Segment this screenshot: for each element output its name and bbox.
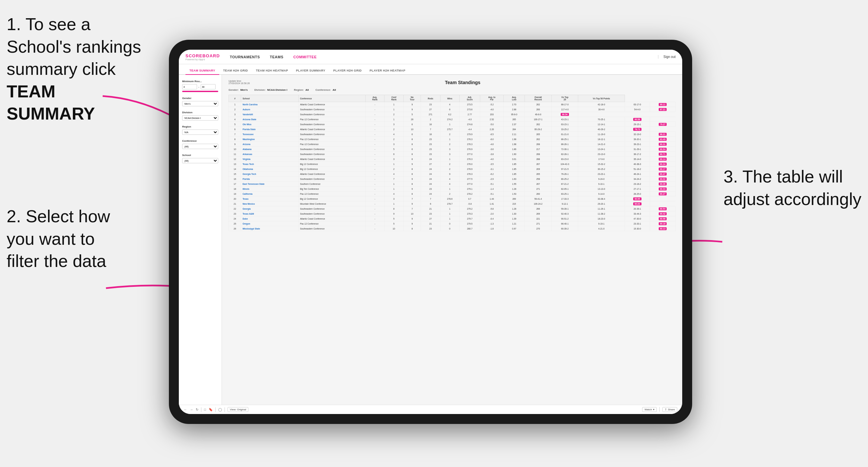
cell-school[interactable]: Duke xyxy=(241,216,299,221)
filter-select-gender[interactable]: Men's xyxy=(182,101,218,106)
cell-school[interactable]: East Tennessee State xyxy=(241,182,299,186)
tab-team-h2h-grid[interactable]: TEAM H2H GRID xyxy=(219,67,252,75)
cell-school[interactable]: Tennessee xyxy=(241,132,299,137)
cell-data: 1.85 xyxy=(504,162,525,166)
tab-team-summary[interactable]: TEAM SUMMARY xyxy=(185,67,219,75)
nav-links: TOURNAMENTS TEAMS COMMITTEE xyxy=(230,54,655,60)
cell-data: 104-42-3 xyxy=(551,162,578,166)
filter-select-division[interactable]: NCAA Division I xyxy=(182,115,218,121)
col-conf-rank: ConfRank xyxy=(384,95,403,102)
table-row: 14OklahomaBig 12 Conference-28242278.9-3… xyxy=(229,166,676,172)
cell-rank: 19 xyxy=(229,191,241,196)
cell-rank: 22 xyxy=(229,206,241,211)
cell-data: 8 xyxy=(403,137,421,142)
cell-data: 61-21-0 xyxy=(551,132,578,137)
toolbar-share-icon[interactable]: □ xyxy=(204,408,206,411)
toolbar-forward-icon[interactable]: → xyxy=(190,408,193,411)
cell-school[interactable]: Ole Miss xyxy=(241,122,299,127)
tab-player-h2h-grid[interactable]: PLAYER H2H GRID xyxy=(329,67,366,75)
cell-data: 40-38-3 xyxy=(625,162,650,166)
toolbar-clock-icon[interactable]: ◯ xyxy=(218,408,222,411)
cell-data: 13-24-1 xyxy=(578,147,625,152)
cell-school[interactable]: Arizona xyxy=(241,142,299,147)
cell-data: - xyxy=(365,112,384,117)
cell-data: - xyxy=(365,221,384,226)
cell-school[interactable]: North Carolina xyxy=(241,102,299,107)
cell-data: 267 xyxy=(525,182,552,186)
cell-data: 5 xyxy=(384,221,403,226)
cell-school[interactable]: Florida State xyxy=(241,127,299,132)
cell-score-badge: 89.11 xyxy=(650,102,676,107)
cell-school[interactable]: Washington xyxy=(241,137,299,142)
tab-player-summary[interactable]: PLAYER SUMMARY xyxy=(292,67,330,75)
main-content: Minimum Rou... - Gender Men's Divisio xyxy=(179,75,682,405)
cell-data: 9-10-1 xyxy=(578,182,625,186)
cell-data: 72-30-1 xyxy=(551,147,578,152)
cell-school[interactable]: Mississippi State xyxy=(241,226,299,231)
filter-group-gender: Gender Men's xyxy=(182,97,218,106)
cell-school[interactable]: Oregon xyxy=(241,221,299,226)
tab-player-h2h-heatmap[interactable]: PLAYER H2H HEATMAP xyxy=(366,67,409,75)
cell-school[interactable]: California xyxy=(241,191,299,196)
cell-school[interactable]: Auburn xyxy=(241,107,299,112)
cell-data: 1 xyxy=(384,102,403,107)
cell-data: 2.77 xyxy=(459,112,480,117)
tab-team-h2h-heatmap[interactable]: TEAM H2H HEATMAP xyxy=(252,67,292,75)
toolbar-bookmark-icon[interactable]: 🔖 xyxy=(209,408,213,411)
cell-conference: Southeastern Conference xyxy=(299,206,365,211)
filter-select-school[interactable]: (All) xyxy=(182,158,218,163)
nav-tournaments[interactable]: TOURNAMENTS xyxy=(230,54,260,60)
cell-data: 87-21-2 xyxy=(551,182,578,186)
cell-school[interactable]: Georgia Tech xyxy=(241,172,299,177)
cell-school[interactable]: Texas xyxy=(241,196,299,201)
cell-data: 76-26-1 xyxy=(551,172,578,177)
cell-school[interactable]: New Mexico xyxy=(241,201,299,206)
filter-group-region: Region N/A xyxy=(182,125,218,135)
cell-score-badge: 88.21 xyxy=(650,132,676,137)
cell-data: 39-23-1 xyxy=(625,142,650,147)
cell-school[interactable]: Illinois xyxy=(241,186,299,191)
cell-school[interactable]: Georgia xyxy=(241,206,299,211)
update-time-container: Update time: 27/03/2024 16:56:26 xyxy=(228,80,250,85)
bottom-toolbar: ← → ↻ □ 🔖 ◯ View: Original Watch ▾ ⇧ Sha… xyxy=(179,405,682,414)
cell-data: 1 xyxy=(440,216,459,221)
cell-data: 20-39-1 xyxy=(625,206,650,211)
cell-school[interactable]: Florida xyxy=(241,177,299,182)
toolbar-back-icon[interactable]: ← xyxy=(184,408,187,411)
col-avg-rank: Avg.Rank xyxy=(365,95,384,102)
sign-out-link[interactable]: Sign out xyxy=(658,55,676,59)
cell-school[interactable]: Alabama xyxy=(241,147,299,152)
cell-data: 23 xyxy=(421,142,440,147)
toolbar-reload-icon[interactable]: ↻ xyxy=(196,408,198,411)
cell-rank: 4 xyxy=(229,117,241,122)
table-header-row: # School Conference Avg.Rank ConfRank No… xyxy=(229,95,676,102)
cell-school[interactable]: Vanderbilt xyxy=(241,112,299,117)
cell-data: 279.1 xyxy=(459,186,480,191)
nav-teams[interactable]: TEAMS xyxy=(270,54,283,60)
filter-row-division: Division: NCAA Division I xyxy=(254,88,287,91)
cell-school[interactable]: Texas Tech xyxy=(241,162,299,166)
table-row: 21New MexicoMountain West Conference-196… xyxy=(229,201,676,206)
nav-committee[interactable]: COMMITTEE xyxy=(293,54,317,60)
filter-select-region[interactable]: N/A xyxy=(182,129,218,135)
cell-school[interactable]: Texas A&M xyxy=(241,211,299,216)
cell-data: 59-39-1 xyxy=(551,206,578,211)
cell-school[interactable]: Arkansas xyxy=(241,152,299,157)
cell-school[interactable]: Arizona State xyxy=(241,117,299,122)
cell-data: 1 xyxy=(440,137,459,142)
cell-conference: Big 12 Conference xyxy=(299,162,365,166)
share-btn[interactable]: ⇧ Share xyxy=(662,407,677,412)
filter-input-min[interactable] xyxy=(182,84,197,89)
cell-data: -0.4 xyxy=(480,216,504,221)
cell-data: 277.0 xyxy=(459,182,480,186)
cell-data: 2.52 xyxy=(480,117,504,122)
cell-school[interactable]: Oklahoma xyxy=(241,166,299,172)
cell-data: 2.88 xyxy=(504,107,525,112)
filter-input-max[interactable] xyxy=(201,84,216,89)
watch-btn[interactable]: Watch ▾ xyxy=(642,407,656,412)
filter-slider-rounds[interactable] xyxy=(182,91,218,92)
cell-data: 86-26-1 xyxy=(551,142,578,147)
cell-school[interactable]: Virginia xyxy=(241,157,299,162)
filter-select-conference[interactable]: (All) xyxy=(182,144,218,149)
view-original-btn[interactable]: View: Original xyxy=(227,407,248,412)
